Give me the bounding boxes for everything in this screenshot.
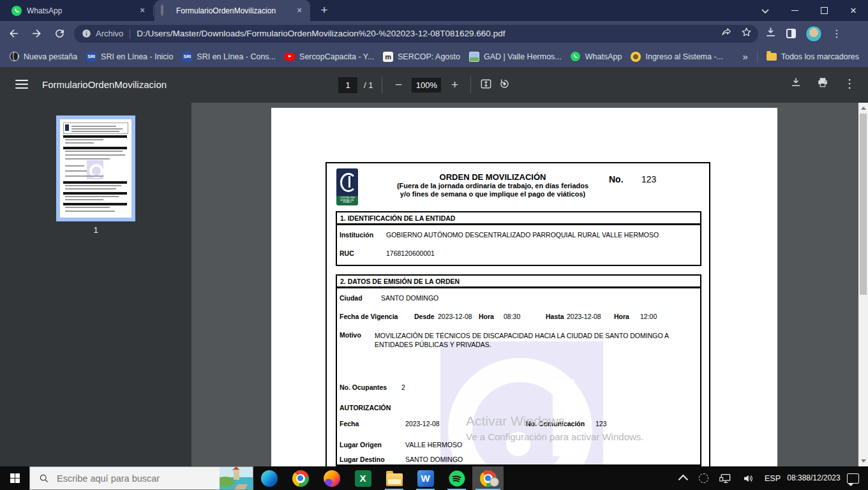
pdf-print-icon[interactable] (817, 77, 828, 91)
bookmark-nueva-pestana[interactable]: Nueva pestaña (9, 52, 77, 62)
section2-body: Ciudad SANTO DOMINGO Fecha de Vigencia D… (336, 288, 701, 466)
tray-volume-icon[interactable] (742, 473, 754, 484)
bookmark-sri-inicio[interactable]: SRISRI en Línea - Inicio (86, 52, 173, 62)
hora1-label: Hora (479, 313, 494, 320)
youtube-icon (285, 52, 295, 62)
new-tab-button[interactable]: + (317, 3, 332, 19)
tab-close-icon[interactable]: × (294, 5, 305, 17)
origen-label: Lugar Origen (340, 441, 382, 449)
taskbar-excel-icon[interactable]: X (347, 466, 378, 490)
form-header: ORDEN DE MOVILIZACIÓN (Fuera de la jorna… (352, 172, 633, 198)
sri-icon: SRI (182, 52, 192, 62)
form-subtitle-line2: y/o fines de semana o que implique el pa… (352, 190, 633, 198)
language-indicator[interactable]: ESP (765, 474, 781, 483)
bookmark-ingreso-sistema[interactable]: Ingreso al Sistema -... (631, 52, 723, 62)
form-no-label: No. (609, 174, 624, 184)
bookmark-sercop-agosto[interactable]: mSERCOP: Agosto (383, 52, 460, 62)
page-info-icon[interactable] (82, 29, 91, 38)
back-icon[interactable] (4, 24, 23, 43)
taskbar-explorer-icon[interactable] (378, 466, 410, 490)
taskbar-edge-icon[interactable] (253, 466, 285, 490)
bookmark-sri-consultas[interactable]: SRISRI en Línea - Cons... (182, 52, 276, 62)
rotate-icon[interactable] (498, 78, 511, 93)
side-panel-icon[interactable] (786, 29, 796, 38)
action-center-icon[interactable] (847, 473, 859, 484)
page-number-input[interactable] (338, 77, 357, 93)
windows-logo-icon (10, 473, 20, 483)
close-button[interactable]: × (839, 0, 868, 21)
share-icon[interactable] (721, 27, 732, 40)
moodle-icon: m (383, 52, 393, 62)
bookmark-whatsapp[interactable]: WhatsApp (571, 52, 622, 62)
motivo-value: MOVILIZACIÓN DE TÉCNICOS DE DISCAPACIDAD… (375, 331, 681, 349)
section-divider-line (336, 464, 701, 466)
search-input[interactable] (56, 473, 205, 484)
pdf-toolbar: FormularioOrdenMovilizacion / 1 − 100% + (0, 67, 868, 103)
taskbar-search-box[interactable] (29, 466, 253, 490)
forward-icon[interactable] (27, 24, 46, 43)
vertical-scrollbar[interactable] (858, 103, 868, 466)
fit-page-icon[interactable] (480, 78, 492, 93)
taskbar-chrome-active-icon[interactable] (472, 466, 504, 490)
scrollbar-thumb[interactable] (860, 114, 867, 295)
ocupantes-value: 2 (401, 383, 405, 391)
bookmark-sercopcapacita[interactable]: SercopCapacita - Y... (285, 52, 374, 62)
url-field[interactable]: Archivo D:/Users/Master/Downloads/Formul… (74, 25, 758, 43)
autorizacion-label: AUTORIZACIÓN (340, 404, 391, 412)
zoom-level-display[interactable]: 100% (412, 78, 441, 93)
hasta-value: 2023-12-08 (567, 313, 601, 320)
ruc-label: RUC (340, 249, 354, 257)
taskbar-spotify-icon[interactable] (441, 466, 472, 490)
ciudad-value: SANTO DOMINGO (381, 294, 438, 302)
tray-chevron-up-icon[interactable] (681, 475, 688, 482)
section1-title: 1. IDENTIFICACIÓN DE LA ENTIDAD (336, 211, 701, 225)
bookmark-gad-valle-hermoso[interactable]: GAD | Valle Hermos... (469, 52, 562, 62)
bookmarks-overflow-icon[interactable]: » (742, 51, 747, 62)
all-bookmarks-button[interactable]: Todos los marcadores (767, 52, 859, 61)
url-scheme-label: Archivo (96, 29, 123, 38)
comunicacion-label: No. Comunicación (526, 420, 585, 427)
tab-whatsapp[interactable]: WhatsApp × (5, 0, 153, 21)
tray-capture-icon[interactable] (699, 473, 708, 483)
pdf-download-icon[interactable] (790, 77, 802, 91)
bookmarks-divider (757, 51, 758, 63)
zoom-in-icon[interactable]: + (447, 78, 461, 92)
download-icon[interactable] (765, 26, 777, 41)
thumbnail-page-number: 1 (56, 225, 135, 235)
zoom-out-icon[interactable]: − (391, 78, 405, 92)
taskbar-firefox-icon[interactable] (316, 466, 347, 490)
search-box-illustration[interactable] (220, 467, 253, 489)
toolbar-divider (382, 77, 382, 93)
clock[interactable]: 08:38 8/12/2023 (791, 473, 836, 484)
gad-site-icon (469, 52, 479, 62)
whatsapp-icon (11, 6, 22, 16)
tray-network-icon[interactable] (719, 473, 731, 484)
hora2-value: 12:00 (640, 313, 657, 320)
form-no-value: 123 (641, 174, 656, 184)
comunicacion-value: 123 (595, 420, 607, 427)
tab-separator (153, 5, 154, 16)
pdf-menu-dots-icon[interactable]: ⋮ (844, 78, 855, 89)
minimize-button[interactable] (780, 0, 809, 21)
tab-close-icon[interactable]: × (137, 5, 148, 17)
whatsapp-icon (571, 52, 581, 62)
browser-menu-icon[interactable]: ⋮ (832, 29, 842, 39)
search-icon (39, 473, 49, 484)
form-title: ORDEN DE MOVILIZACIÓN (352, 172, 633, 182)
reload-icon[interactable] (50, 24, 69, 43)
profile-avatar[interactable] (805, 26, 822, 42)
tab-search-button[interactable] (751, 0, 780, 21)
hora1-value: 08:30 (504, 313, 520, 320)
scroll-down-icon[interactable] (861, 459, 866, 463)
tab-formulario-pdf[interactable]: FormularioOrdenMovilizacion × (154, 0, 310, 21)
pdf-menu-icon[interactable] (15, 80, 28, 89)
taskbar-chrome-icon[interactable] (285, 466, 316, 490)
taskbar-word-icon[interactable]: W (410, 466, 441, 490)
start-button[interactable] (0, 466, 29, 490)
pdf-document-title: FormularioOrdenMovilizacion (42, 79, 167, 90)
scroll-up-icon[interactable] (861, 107, 866, 110)
page-thumbnail[interactable] (56, 115, 135, 221)
restore-button[interactable] (809, 0, 839, 21)
section1-body: Institución GOBIERNO AUTÓNOMO DESCENTRAL… (336, 224, 701, 266)
bookmark-star-icon[interactable] (741, 27, 752, 40)
